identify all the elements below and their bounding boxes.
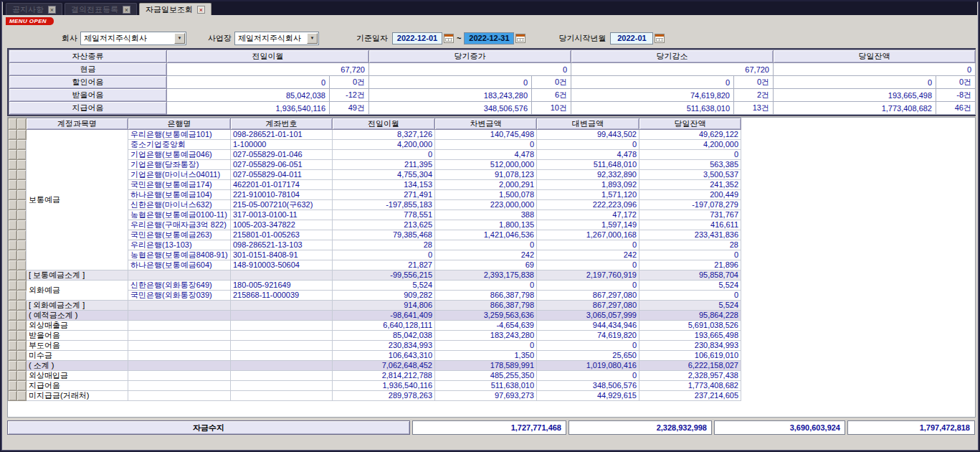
account-number-cell[interactable]: 215-05-007210(구632) <box>231 200 333 210</box>
detail-row[interactable]: 보통예금우리은행(보통예금101)098-286521-01-1018,327,… <box>9 130 741 140</box>
row-selector[interactable] <box>17 170 27 180</box>
row-selector[interactable] <box>17 130 27 140</box>
row-selector[interactable] <box>9 381 17 391</box>
row-selector[interactable] <box>9 361 17 371</box>
row-selector[interactable] <box>9 331 17 341</box>
row-selector[interactable] <box>9 200 17 210</box>
cat-row[interactable]: 미지급금(거래처)289,978,26397,693,27344,929,615… <box>9 391 741 401</box>
row-selector[interactable] <box>17 301 27 311</box>
calendar-icon[interactable] <box>444 34 454 43</box>
bank-name-cell[interactable]: 우리은행(보통예금101) <box>128 130 231 140</box>
row-selector[interactable] <box>17 391 27 401</box>
row-selector[interactable] <box>9 190 17 200</box>
menu-open-button[interactable]: MENU OPEN <box>6 17 54 25</box>
account-number-cell[interactable]: 1-100000 <box>231 140 333 150</box>
row-selector[interactable] <box>9 160 17 170</box>
row-selector[interactable] <box>9 150 17 160</box>
cat-row[interactable]: 받을어음85,042,038183,243,28074,619,820193,6… <box>9 331 741 341</box>
period-start-input[interactable]: 2022-01 <box>610 32 653 44</box>
tab-notice[interactable]: 공지사항 × <box>6 3 62 15</box>
row-selector[interactable] <box>17 140 27 150</box>
cat-row[interactable]: 부도어음230,834,99300230,834,993 <box>9 341 741 351</box>
summary-row[interactable]: 지급어음1,936,540,11649건348,506,57610건511,63… <box>9 102 976 115</box>
row-selector[interactable] <box>17 250 27 260</box>
row-selector[interactable] <box>17 270 27 281</box>
row-selector[interactable] <box>9 351 17 361</box>
row-selector[interactable] <box>9 321 17 331</box>
account-number-cell[interactable]: 027-055829-06-051 <box>231 160 333 170</box>
base-date-to-input[interactable]: 2022-12-31 <box>464 32 514 44</box>
company-select[interactable]: 제일저지주식회사 ▼ <box>80 32 186 45</box>
row-selector[interactable] <box>17 150 27 160</box>
row-selector[interactable] <box>17 281 27 291</box>
row-selector[interactable] <box>9 170 17 180</box>
bank-name-cell[interactable]: 하나은행(보통예금104) <box>128 190 231 200</box>
bank-name-cell[interactable]: 우리은행(13-103) <box>128 240 231 250</box>
dropdown-arrow-icon[interactable]: ▼ <box>307 33 318 44</box>
bank-name-cell[interactable]: 국민은행(보통예금263) <box>128 230 231 240</box>
summary-row[interactable]: 현금67,720067,7200 <box>9 63 976 76</box>
row-selector[interactable] <box>17 260 27 270</box>
row-selector[interactable] <box>9 311 17 321</box>
calendar-icon[interactable] <box>655 34 665 43</box>
row-selector[interactable] <box>17 361 27 371</box>
row-selector[interactable] <box>9 391 17 401</box>
row-selector[interactable] <box>9 341 17 351</box>
row-selector[interactable] <box>17 331 27 341</box>
cat-row[interactable]: 지급어음1,936,540,116511,638,010348,506,5761… <box>9 381 741 391</box>
tab-funds-daily-report[interactable]: 자금일보조회 × <box>139 3 211 15</box>
bank-name-cell[interactable]: 국민은행(보통예금174) <box>128 180 231 190</box>
row-selector[interactable] <box>9 270 17 281</box>
account-number-cell[interactable]: 027-055829-01-046 <box>231 150 333 160</box>
row-selector[interactable] <box>17 240 27 250</box>
detail-row[interactable]: 외화예금신한은행(외화통장649)180-005-9216495,524005,… <box>9 281 741 291</box>
bank-name-cell[interactable]: 국민은행(외화통장039) <box>128 291 231 301</box>
bank-name-cell[interactable]: 기업은행(보통예금046) <box>128 150 231 160</box>
row-selector[interactable] <box>9 220 17 230</box>
row-selector[interactable] <box>9 130 17 140</box>
row-selector[interactable] <box>9 260 17 270</box>
base-date-from-input[interactable]: 2022-12-01 <box>392 32 442 44</box>
bank-name-cell[interactable]: 우리은행(구매자금3억 822) <box>128 220 231 230</box>
bank-name-cell[interactable]: 신한은행(외화통장649) <box>128 281 231 291</box>
row-selector[interactable] <box>9 250 17 260</box>
account-number-cell[interactable]: 098-286521-13-103 <box>231 240 333 250</box>
row-selector[interactable] <box>9 230 17 240</box>
close-icon[interactable]: × <box>123 6 130 14</box>
bank-name-cell[interactable]: 기업은행(당좌통장) <box>128 160 231 170</box>
row-selector[interactable] <box>9 301 17 311</box>
calendar-icon[interactable] <box>515 34 525 43</box>
account-number-cell[interactable]: 215868-11-000039 <box>231 291 333 301</box>
row-selector[interactable] <box>17 381 27 391</box>
row-selector[interactable] <box>17 220 27 230</box>
sub2-row[interactable]: ( 예적금소계 )-98,641,4093,259,563,6363,065,0… <box>9 311 741 321</box>
account-number-cell[interactable]: 317-0013-0100-11 <box>231 210 333 220</box>
account-number-cell[interactable]: 462201-01-017174 <box>231 180 333 190</box>
row-selector[interactable] <box>17 341 27 351</box>
row-selector[interactable] <box>17 160 27 170</box>
sub2-row[interactable]: ( 소계 )7,062,648,452178,589,9911,019,080,… <box>9 361 741 371</box>
account-number-cell[interactable]: 098-286521-01-101 <box>231 130 333 140</box>
account-number-cell[interactable]: 1005-203-347822 <box>231 220 333 230</box>
bank-name-cell[interactable]: 농협은행(보통예금0100-11) <box>128 210 231 220</box>
sub1-row[interactable]: [ 보통예금소계 ]-99,556,2152,393,175,8382,197,… <box>9 270 741 281</box>
bank-name-cell[interactable]: 기업은행(마이너스04011) <box>128 170 231 180</box>
cat-row[interactable]: 외상매출금6,640,128,111-4,654,639944,434,9465… <box>9 321 741 331</box>
account-number-cell[interactable]: 148-910003-50604 <box>231 260 333 270</box>
row-selector[interactable] <box>17 200 27 210</box>
row-selector[interactable] <box>17 190 27 200</box>
cat-row[interactable]: 미수금106,643,3101,35025,650106,619,010 <box>9 351 741 361</box>
row-selector[interactable] <box>9 140 17 150</box>
sub1-row[interactable]: [ 외화예금소계 ]914,806866,387,798867,297,0805… <box>9 301 741 311</box>
summary-row[interactable]: 받을어음85,042,038-12건183,243,2806건74,619,82… <box>9 89 976 102</box>
row-selector[interactable] <box>9 291 17 301</box>
close-icon[interactable]: × <box>197 6 205 14</box>
row-selector[interactable] <box>17 321 27 331</box>
summary-row[interactable]: 할인어음00건00건00건00건 <box>9 76 976 89</box>
row-selector[interactable] <box>17 210 27 220</box>
row-selector[interactable] <box>9 180 17 190</box>
cat-row[interactable]: 외상매입금2,814,212,788485,255,35002,328,957,… <box>9 371 741 381</box>
row-selector[interactable] <box>9 371 17 381</box>
account-number-cell[interactable]: 180-005-921649 <box>231 281 333 291</box>
row-selector[interactable] <box>9 281 17 291</box>
